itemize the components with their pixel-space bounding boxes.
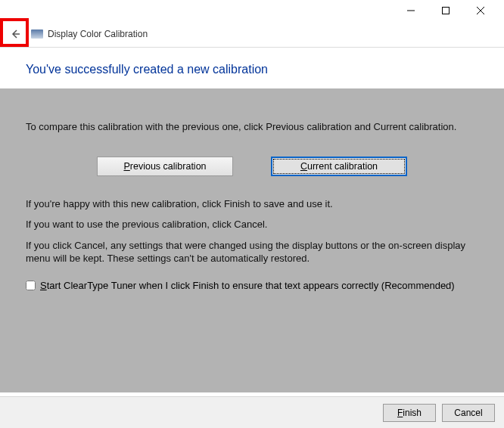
app-icon xyxy=(31,28,43,40)
prev-use-text: If you want to use the previous calibrat… xyxy=(26,218,478,231)
calibration-button-row: Previous calibration Current calibration xyxy=(26,157,478,176)
prev-btn-rest: revious calibration xyxy=(130,161,207,172)
finish-rest: inish xyxy=(403,408,422,418)
cancel-button[interactable]: Cancel xyxy=(442,404,495,422)
previous-calibration-button[interactable]: Previous calibration xyxy=(97,157,233,176)
finish-button[interactable]: Finish xyxy=(383,404,436,422)
maximize-button[interactable] xyxy=(428,0,463,21)
footer-bar: Finish Cancel xyxy=(0,396,504,428)
content-area: To compare this calibration with the pre… xyxy=(0,88,504,392)
cleartype-checkbox[interactable] xyxy=(26,281,36,290)
svg-rect-1 xyxy=(443,8,450,14)
curr-btn-rest: urrent calibration xyxy=(307,161,378,172)
cleartype-label[interactable]: Start ClearType Tuner when I click Finis… xyxy=(40,279,455,293)
minimize-button[interactable] xyxy=(394,0,428,21)
back-button[interactable] xyxy=(4,23,26,45)
titlebar xyxy=(0,0,504,21)
close-button[interactable] xyxy=(463,0,498,21)
compare-instruction: To compare this calibration with the pre… xyxy=(26,120,478,134)
cleartype-row: Start ClearType Tuner when I click Finis… xyxy=(26,279,478,293)
instruction-paragraphs: If you're happy with this new calibratio… xyxy=(26,197,478,265)
current-calibration-button[interactable]: Current calibration xyxy=(271,157,407,176)
cleartype-rest: tart ClearType Tuner when I click Finish… xyxy=(47,280,455,291)
cancel-note: If you click Cancel, any settings that w… xyxy=(26,239,478,265)
header-bar: Display Color Calibration xyxy=(0,21,504,47)
window-title: Display Color Calibration xyxy=(48,29,148,39)
happy-text: If you're happy with this new calibratio… xyxy=(26,197,478,211)
page-headline: You've successfully created a new calibr… xyxy=(0,48,504,88)
